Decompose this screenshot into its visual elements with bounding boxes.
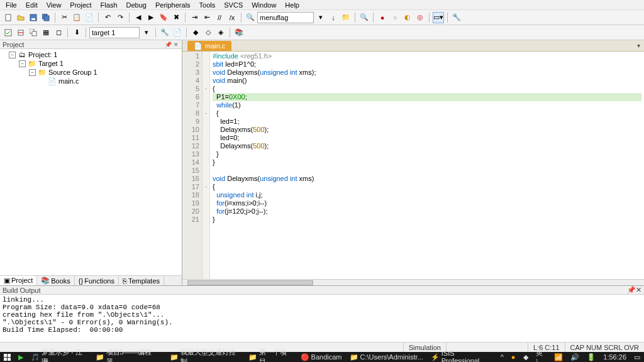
download-icon[interactable]: ⬇	[71, 27, 82, 38]
uncomment-icon[interactable]: /x	[226, 12, 238, 23]
tree-file[interactable]: 📄 main.c	[1, 77, 180, 85]
find-dropdown-icon[interactable]: ▾	[315, 12, 326, 23]
taskbar-app[interactable]: 📁我最大型交通灯控制	[166, 352, 245, 362]
debug-icon[interactable]: 🔍	[358, 12, 370, 23]
target-dropdown-icon[interactable]: ▾	[141, 27, 152, 38]
tab-overflow-icon[interactable]: ▾	[637, 42, 640, 49]
menu-window[interactable]: Window	[247, 1, 280, 9]
bp-disable-icon[interactable]: ○	[389, 12, 401, 23]
panel-pin-icon[interactable]: 📌	[627, 286, 636, 293]
tray-bandicam-icon[interactable]: ●	[508, 352, 519, 362]
project-panel: Project 📌✕ − 🗂 Project: 1 − 📁 Target 1 −…	[0, 40, 182, 285]
menu-view[interactable]: View	[42, 1, 66, 9]
collapse-icon[interactable]: −	[29, 69, 36, 76]
redo-icon[interactable]: ↷	[114, 12, 126, 23]
tray-time[interactable]: 1:56:26	[599, 352, 630, 362]
manage-icon[interactable]: ◆	[190, 27, 201, 38]
bookmark-prev-icon[interactable]: ◀	[133, 12, 144, 23]
panel-close-icon[interactable]: ✕	[636, 286, 641, 293]
menu-flash[interactable]: Flash	[96, 1, 122, 9]
taskbar-app[interactable]: ⚡ISIS Professional	[427, 352, 497, 362]
editor-hscroll[interactable]	[182, 279, 644, 285]
tray-notif-icon[interactable]: ▭	[630, 352, 644, 362]
undo-icon[interactable]: ↶	[102, 12, 113, 23]
collapse-icon[interactable]: −	[19, 60, 26, 67]
panel-tab-templates[interactable]: ⎘Templates	[119, 276, 164, 285]
tray-battery-icon[interactable]: 🔋	[583, 352, 599, 362]
taskbar-app[interactable]: 📁C:\Users\Administr...	[346, 352, 427, 362]
taskbar-app[interactable]: 📁项目5——编程器...	[92, 352, 167, 362]
comment-icon[interactable]: //	[214, 12, 225, 23]
tree-target[interactable]: − 📁 Target 1	[1, 59, 180, 68]
tray-icon[interactable]: ◆	[519, 352, 532, 362]
taskbar-app[interactable]: 📁第一个项目	[245, 352, 296, 362]
new-icon[interactable]	[3, 12, 14, 23]
outdent-icon[interactable]: ⇤	[201, 12, 213, 23]
bp-list-icon[interactable]: ◎	[414, 12, 426, 23]
save-icon[interactable]	[28, 12, 39, 23]
manage3-icon[interactable]: ◈	[215, 27, 226, 38]
project-panel-title: Project	[3, 41, 24, 48]
open-icon[interactable]	[15, 12, 26, 23]
options-icon[interactable]: 🔧	[159, 27, 170, 38]
copy-icon[interactable]: 📋	[71, 12, 82, 23]
panel-tab-project[interactable]: ▣Project	[0, 276, 37, 285]
project-tree[interactable]: − 🗂 Project: 1 − 📁 Target 1 − 📁 Source G…	[0, 49, 182, 275]
build-output-text[interactable]: linking... Program Size: data=9.0 xdata=…	[0, 295, 644, 342]
saveall-icon[interactable]	[40, 12, 52, 23]
panel-tab-books[interactable]: 📚Books	[37, 276, 75, 285]
bookmark-next-icon[interactable]: ▶	[145, 12, 157, 23]
taskbar-app[interactable]: 🎵梦里水乡 - 江珊	[27, 352, 92, 362]
find-in-files-icon[interactable]: 📁	[340, 12, 352, 23]
file-tab-active[interactable]: 📄 main.c	[187, 41, 231, 51]
code-area[interactable]: 123456789101112131415161718192021 --- #i…	[182, 52, 644, 279]
target-select[interactable]	[89, 27, 140, 38]
menu-peripherals[interactable]: Peripherals	[151, 1, 195, 9]
rebuild-icon[interactable]	[28, 27, 39, 38]
tree-root[interactable]: − 🗂 Project: 1	[1, 50, 180, 59]
books-icon[interactable]: 📚	[233, 27, 245, 38]
tray-lang[interactable]: 英 ⁝	[532, 352, 551, 362]
taskbar-app[interactable]: 🔴Bandicam	[297, 352, 346, 362]
tree-group[interactable]: − 📁 Source Group 1	[1, 68, 180, 77]
stop-build-icon[interactable]: ◻	[53, 27, 64, 38]
bookmark-icon[interactable]: 🔖	[158, 12, 169, 23]
tray-up-icon[interactable]: ^	[497, 352, 508, 362]
breakpoint-icon[interactable]: ●	[377, 12, 388, 23]
file-ext-icon[interactable]: 📄	[172, 27, 183, 38]
menu-file[interactable]: File	[1, 1, 21, 9]
menu-debug[interactable]: Debug	[122, 1, 151, 9]
bp-killall-icon[interactable]: ◐	[402, 12, 413, 23]
paste-icon[interactable]: 📄	[84, 12, 95, 23]
panel-close-icon[interactable]: ✕	[173, 41, 179, 48]
panel-pin-icon[interactable]: 📌	[165, 41, 171, 48]
find-icon[interactable]: 🔍	[245, 12, 256, 23]
collapse-icon[interactable]: −	[9, 52, 16, 58]
panel-tab-functions[interactable]: {}Functions	[75, 276, 119, 285]
window-icon[interactable]: ▭▾	[433, 12, 444, 23]
fold-column[interactable]: ---	[203, 52, 210, 279]
tray-volume-icon[interactable]: 🔊	[567, 352, 583, 362]
translate-icon[interactable]	[3, 27, 14, 38]
find-combo[interactable]	[257, 12, 314, 23]
batch-build-icon[interactable]: ▦	[40, 27, 52, 38]
bookmark-clear-icon[interactable]: ✖	[170, 12, 182, 23]
manage2-icon[interactable]: ◇	[203, 27, 214, 38]
menu-svcs[interactable]: SVCS	[219, 1, 247, 9]
taskbar-play-icon[interactable]: ▶	[14, 352, 27, 362]
tray-wifi-icon[interactable]: 📶	[550, 352, 567, 362]
indent-icon[interactable]: ⇥	[189, 12, 200, 23]
menu-project[interactable]: Project	[65, 1, 96, 9]
menu-edit[interactable]: Edit	[21, 1, 42, 9]
menu-tools[interactable]: Tools	[195, 1, 220, 9]
menu-help[interactable]: Help	[280, 1, 304, 9]
find-next-icon[interactable]: ↓	[328, 12, 339, 23]
svg-rect-5	[5, 30, 11, 36]
status-caps: CAP NUM SCRL OVR	[565, 343, 644, 352]
build-icon[interactable]	[15, 27, 26, 38]
configure-icon[interactable]: 🔧	[451, 12, 462, 23]
hscroll-thumb[interactable]	[187, 280, 313, 285]
cut-icon[interactable]: ✂	[58, 12, 70, 23]
start-button[interactable]	[0, 352, 14, 362]
code-text[interactable]: #include <reg51.h>sbit led=P1^0;void Del…	[210, 52, 644, 279]
